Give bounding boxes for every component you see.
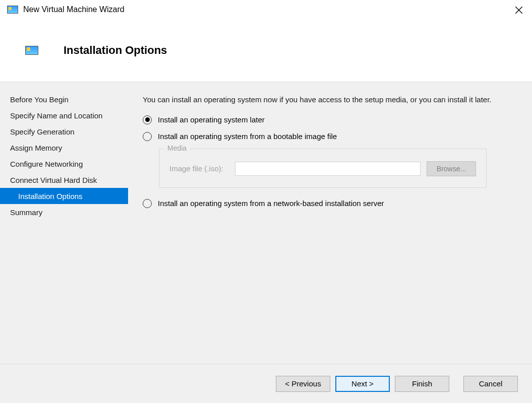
content-pane: You can install an operating system now …: [129, 82, 532, 364]
media-fieldset: Media Image file (.iso): Browse...: [159, 149, 487, 188]
step-specify-name[interactable]: Specify Name and Location: [0, 107, 128, 123]
header-icon: [25, 46, 38, 55]
step-summary[interactable]: Summary: [0, 204, 128, 220]
iso-file-input[interactable]: [235, 162, 421, 176]
radio-label-install-bootable: Install an operating system from a boota…: [158, 132, 337, 141]
step-label: Summary: [10, 208, 42, 217]
iso-label: Image file (.iso):: [169, 164, 235, 173]
step-label: Connect Virtual Hard Disk: [10, 176, 97, 184]
step-specify-generation[interactable]: Specify Generation: [0, 123, 128, 140]
step-label: Installation Options: [18, 192, 83, 200]
step-assign-memory[interactable]: Assign Memory: [0, 140, 128, 156]
media-row: Image file (.iso): Browse...: [169, 161, 476, 176]
media-legend: Media: [164, 144, 190, 152]
close-icon: [514, 6, 523, 15]
radio-label-install-later: Install an operating system later: [158, 115, 265, 124]
option-install-network[interactable]: Install an operating system from a netwo…: [143, 199, 518, 208]
page-title: Installation Options: [64, 44, 167, 57]
app-icon: [7, 6, 18, 14]
step-configure-networking[interactable]: Configure Networking: [0, 156, 128, 172]
step-before-you-begin[interactable]: Before You Begin: [0, 91, 128, 107]
cancel-button[interactable]: Cancel: [463, 376, 518, 392]
step-label: Specify Generation: [10, 127, 75, 136]
radio-label-install-network: Install an operating system from a netwo…: [158, 199, 384, 208]
radio-install-later[interactable]: [143, 115, 152, 124]
close-button[interactable]: [513, 4, 525, 16]
intro-text: You can install an operating system now …: [143, 94, 518, 105]
step-label: Specify Name and Location: [10, 111, 102, 120]
step-label: Before You Begin: [10, 95, 69, 104]
step-label: Assign Memory: [10, 144, 62, 152]
wizard-header: Installation Options: [0, 19, 532, 82]
radio-install-network[interactable]: [143, 199, 152, 208]
browse-button[interactable]: Browse...: [427, 161, 476, 176]
wizard-body: Before You Begin Specify Name and Locati…: [0, 82, 532, 364]
wizard-steps: Before You Begin Specify Name and Locati…: [0, 82, 129, 364]
titlebar[interactable]: New Virtual Machine Wizard: [0, 0, 532, 19]
wizard-footer: < Previous Next > Finish Cancel: [0, 364, 532, 403]
step-connect-vhd[interactable]: Connect Virtual Hard Disk: [0, 172, 128, 188]
step-label: Configure Networking: [10, 160, 83, 168]
previous-button[interactable]: < Previous: [276, 376, 330, 392]
step-installation-options[interactable]: Installation Options: [0, 188, 128, 204]
radio-install-bootable[interactable]: [143, 132, 152, 141]
finish-button[interactable]: Finish: [395, 376, 449, 392]
next-button[interactable]: Next >: [335, 376, 390, 392]
option-install-bootable[interactable]: Install an operating system from a boota…: [143, 132, 518, 141]
option-install-later[interactable]: Install an operating system later: [143, 115, 518, 124]
window-title: New Virtual Machine Wizard: [23, 5, 125, 14]
